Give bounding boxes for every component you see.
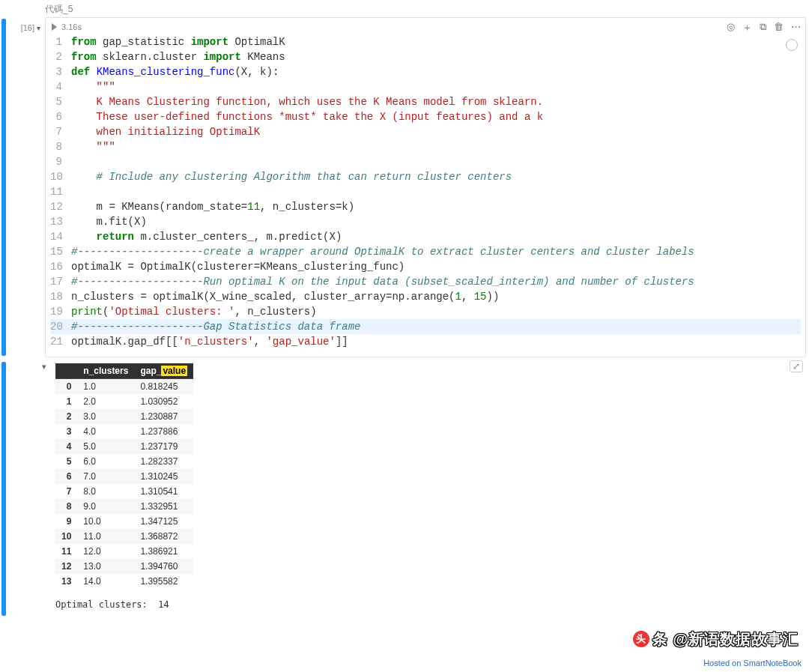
- line-number: 15: [50, 244, 71, 259]
- line-number: 6: [50, 109, 71, 124]
- code-cell[interactable]: ◎ ＋ ⧉ 🗑 ⋯ 3.16s 1from gap_statistic impo…: [45, 17, 806, 357]
- output-expand-icon[interactable]: ⤢: [790, 360, 803, 372]
- code-line[interactable]: 16optimalK = OptimalK(clusterer=KMeans_c…: [50, 259, 801, 274]
- line-number: 8: [50, 139, 71, 154]
- code-line[interactable]: 13 m.fit(X): [50, 214, 801, 229]
- line-number: 3: [50, 64, 71, 79]
- line-number: 10: [50, 169, 71, 184]
- table-row: 01.00.818245: [55, 379, 193, 395]
- line-number: 5: [50, 94, 71, 109]
- table-row: 910.01.347125: [55, 514, 193, 529]
- code-line[interactable]: 10 # Include any clustering Algorithm th…: [50, 169, 801, 184]
- exec-time: 3.16s: [61, 22, 82, 31]
- cell-toolbar: ◎ ＋ ⧉ 🗑 ⋯: [727, 21, 801, 34]
- dataframe-output: n_clustersgap_value01.00.81824512.01.030…: [55, 363, 193, 589]
- line-number: 11: [50, 184, 71, 199]
- more-icon[interactable]: ⋯: [791, 21, 801, 34]
- table-row: 78.01.310541: [55, 484, 193, 499]
- output-container: ▾ ⤢ n_clustersgap_value01.00.81824512.01…: [0, 360, 809, 617]
- add-icon[interactable]: ＋: [742, 21, 752, 34]
- code-line[interactable]: 7 when initializing OptimalK: [50, 124, 801, 139]
- output-bar: [1, 362, 6, 616]
- code-editor[interactable]: 1from gap_statistic import OptimalK2from…: [46, 33, 805, 357]
- cell-gutter: [16] ▾: [7, 17, 45, 357]
- table-row: 1213.01.394760: [55, 559, 193, 574]
- code-line[interactable]: 4 """: [50, 79, 801, 94]
- collapse-output-icon[interactable]: ▾: [42, 362, 46, 617]
- code-line[interactable]: 14 return m.cluster_centers_, m.predict(…: [50, 229, 801, 244]
- code-line[interactable]: 12 m = KMeans(random_state=11, n_cluster…: [50, 199, 801, 214]
- line-number: 20: [50, 319, 71, 334]
- code-line[interactable]: 2from sklearn.cluster import KMeans: [50, 49, 801, 64]
- exec-count: [16]: [21, 23, 34, 32]
- column-header: gap_value: [134, 363, 193, 379]
- line-number: 14: [50, 229, 71, 244]
- copy-icon[interactable]: ⧉: [760, 21, 766, 34]
- table-row: 89.01.332951: [55, 499, 193, 514]
- table-row: 1112.01.386921: [55, 544, 193, 559]
- code-line[interactable]: 19print('Optimal clusters: ', n_clusters…: [50, 304, 801, 319]
- line-number: 1: [50, 34, 71, 49]
- line-number: 17: [50, 274, 71, 289]
- line-number: 18: [50, 289, 71, 304]
- line-number: 2: [50, 49, 71, 64]
- line-number: 4: [50, 79, 71, 94]
- table-row: 67.01.310245: [55, 469, 193, 484]
- code-line[interactable]: 1from gap_statistic import OptimalK: [50, 34, 801, 49]
- code-line[interactable]: 11: [50, 184, 801, 199]
- code-cell-container: [16] ▾ ◎ ＋ ⧉ 🗑 ⋯ 3.16s 1from gap_statist…: [0, 17, 809, 357]
- table-row: 56.01.282337: [55, 454, 193, 469]
- active-cell-bar: [1, 19, 6, 356]
- table-row: 34.01.237886: [55, 424, 193, 439]
- chevron-down-icon[interactable]: ▾: [37, 24, 40, 32]
- line-number: 19: [50, 304, 71, 319]
- view-icon[interactable]: ◎: [727, 21, 735, 34]
- line-number: 16: [50, 259, 71, 274]
- code-line[interactable]: 18n_clusters = optimalK(X_wine_scaled, c…: [50, 289, 801, 304]
- cell-label: 代碼_5: [0, 0, 809, 17]
- code-line[interactable]: 9: [50, 154, 801, 169]
- table-row: 12.01.030952: [55, 394, 193, 409]
- table-row: 1011.01.368872: [55, 529, 193, 544]
- table-row: 45.01.237179: [55, 439, 193, 454]
- code-line[interactable]: 21optimalK.gap_df[['n_clusters', 'gap_va…: [50, 334, 801, 349]
- delete-icon[interactable]: 🗑: [774, 21, 784, 34]
- code-line[interactable]: 5 K Means Clustering function, which use…: [50, 94, 801, 109]
- kernel-status-icon[interactable]: [786, 39, 798, 51]
- stdout-output: Optimal clusters: 14: [55, 589, 809, 610]
- code-line[interactable]: 20#--------------------Gap Statistics da…: [50, 319, 801, 334]
- column-header: n_clusters: [77, 363, 134, 379]
- line-number: 12: [50, 199, 71, 214]
- line-number: 13: [50, 214, 71, 229]
- table-row: 1314.01.395582: [55, 574, 193, 589]
- line-number: 21: [50, 334, 71, 349]
- code-line[interactable]: 15#--------------------create a wrapper …: [50, 244, 801, 259]
- code-line[interactable]: 8 """: [50, 139, 801, 154]
- line-number: 9: [50, 154, 71, 169]
- code-line[interactable]: 3def KMeans_clustering_func(X, k):: [50, 64, 801, 79]
- line-number: 7: [50, 124, 71, 139]
- code-line[interactable]: 17#--------------------Run optimal K on …: [50, 274, 801, 289]
- table-row: 23.01.230887: [55, 409, 193, 424]
- code-line[interactable]: 6 These user-defined functions *must* ta…: [50, 109, 801, 124]
- run-button[interactable]: [52, 23, 57, 31]
